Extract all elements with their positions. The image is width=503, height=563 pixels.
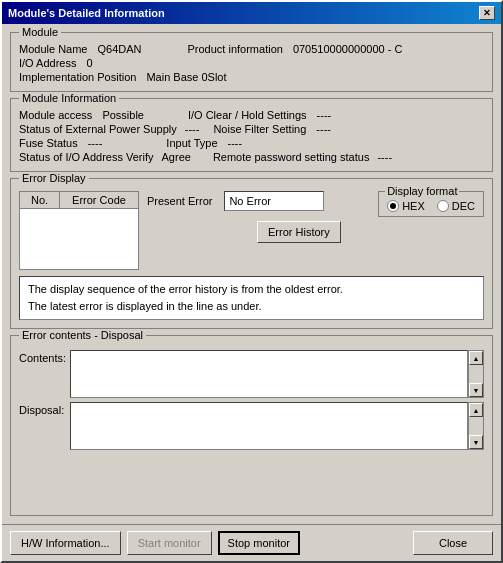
display-format-legend: Display format [385, 185, 459, 197]
info-value-7: Agree [162, 151, 191, 163]
disposal-scrollbar-down[interactable]: ▼ [469, 435, 483, 449]
error-contents-legend: Error contents - Disposal [19, 329, 146, 341]
contents-textarea-wrap: ▲ ▼ [70, 350, 484, 398]
present-error-label: Present Error [147, 195, 212, 207]
info-label-8: Remote password setting status [213, 151, 370, 163]
title-bar: Module's Detailed Information ✕ [2, 2, 501, 24]
stop-monitor-button[interactable]: Stop monitor [218, 531, 300, 555]
info-value-3: ---- [185, 123, 200, 135]
error-message-line1: The display sequence of the error histor… [28, 281, 475, 298]
disposal-row: Disposal: ▲ ▼ [19, 402, 484, 450]
dec-label: DEC [452, 200, 475, 212]
info-value-8: ---- [377, 151, 392, 163]
error-message-line2: The latest error is displayed in the lin… [28, 298, 475, 315]
contents-scrollbar-up[interactable]: ▲ [469, 351, 483, 365]
info-label-5: Fuse Status [19, 137, 78, 149]
display-format-box: Display format HEX DEC [378, 191, 484, 217]
hex-radio-label[interactable]: HEX [387, 200, 425, 212]
info-value-2: ---- [317, 109, 332, 121]
impl-value: Main Base 0Slot [146, 71, 226, 83]
info-label-4: Noise Filter Setting [213, 123, 306, 135]
hw-info-button[interactable]: H/W Information... [10, 531, 121, 555]
hex-radio[interactable] [387, 200, 399, 212]
contents-row: Contents: ▲ ▼ [19, 350, 484, 398]
error-table: No. Error Code [19, 191, 139, 270]
window-title: Module's Detailed Information [8, 7, 165, 19]
address-label: I/O Address [19, 57, 76, 69]
error-message-box: The display sequence of the error histor… [19, 276, 484, 320]
disposal-textarea-wrap: ▲ ▼ [70, 402, 484, 450]
info-value-4: ---- [316, 123, 331, 135]
product-value: 070510000000000 - C [293, 43, 402, 55]
info-label-3: Status of External Power Supply [19, 123, 177, 135]
info-value-5: ---- [88, 137, 103, 149]
main-window: Module's Detailed Information ✕ Module M… [0, 0, 503, 563]
module-info-legend: Module Information [19, 92, 119, 104]
hex-label: HEX [402, 200, 425, 212]
error-controls: Present Error Display format HEX [147, 191, 484, 243]
error-col-code: Error Code [60, 192, 138, 208]
info-value-1: Possible [102, 109, 144, 121]
dec-radio[interactable] [437, 200, 449, 212]
contents-scrollbar-down[interactable]: ▼ [469, 383, 483, 397]
error-display-legend: Error Display [19, 172, 89, 184]
error-display-group: Error Display No. Error Code [10, 178, 493, 329]
close-icon[interactable]: ✕ [479, 6, 495, 20]
error-col-no: No. [20, 192, 60, 208]
module-name-label: Module Name [19, 43, 87, 55]
bottom-bar: H/W Information... Start monitor Stop mo… [2, 524, 501, 561]
start-monitor-button[interactable]: Start monitor [127, 531, 212, 555]
module-group-legend: Module [19, 26, 61, 38]
present-error-input[interactable] [224, 191, 324, 211]
info-value-6: ---- [228, 137, 243, 149]
module-name-value: Q64DAN [97, 43, 177, 55]
info-label-1: Module access [19, 109, 92, 121]
window-content: Module Module Name Q64DAN Product inform… [2, 24, 501, 524]
info-label-6: Input Type [166, 137, 217, 149]
error-history-button[interactable]: Error History [257, 221, 341, 243]
disposal-textarea[interactable] [70, 402, 468, 450]
product-label: Product information [187, 43, 282, 55]
contents-label: Contents: [19, 350, 64, 364]
info-label-2: I/O Clear / Hold Settings [188, 109, 307, 121]
module-info-group: Module Information Module access Possibl… [10, 98, 493, 172]
error-table-body[interactable] [20, 209, 138, 269]
address-value: 0 [86, 57, 92, 69]
dec-radio-label[interactable]: DEC [437, 200, 475, 212]
impl-label: Implementation Position [19, 71, 136, 83]
error-contents-group: Error contents - Disposal Contents: ▲ ▼ [10, 335, 493, 516]
disposal-scrollbar-up[interactable]: ▲ [469, 403, 483, 417]
close-button[interactable]: Close [413, 531, 493, 555]
module-group: Module Module Name Q64DAN Product inform… [10, 32, 493, 92]
info-label-7: Status of I/O Address Verify [19, 151, 154, 163]
disposal-label: Disposal: [19, 402, 64, 416]
contents-textarea[interactable] [70, 350, 468, 398]
